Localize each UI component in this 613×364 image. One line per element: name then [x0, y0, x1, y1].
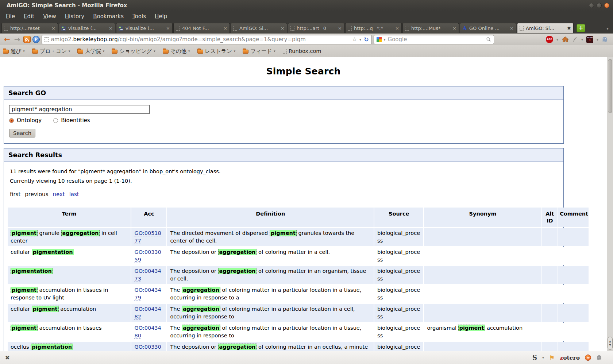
go-term-link[interactable]: GO:0043473 — [134, 268, 161, 282]
search-results-panel: Search Results 11 results were found for… — [4, 148, 564, 351]
scrapbook-icon[interactable]: S — [532, 354, 537, 361]
tab-close-icon[interactable]: × — [109, 26, 113, 31]
tab-close-icon[interactable]: ✖ — [567, 26, 571, 31]
addon-orange-ball-icon[interactable] — [585, 355, 591, 361]
tab[interactable]: AmiGO: Si...× — [231, 23, 287, 33]
tab[interactable]: http:/...reset× — [1, 23, 58, 33]
bookmark-item[interactable]: Runbox.com — [283, 48, 321, 54]
cell-term: cellular pigmentation — [8, 247, 131, 265]
scrapbook-dropdown-icon[interactable]: ▾ — [542, 356, 544, 360]
bookmark-star-icon[interactable]: ☆ — [352, 36, 357, 43]
quill-dropdown-icon[interactable]: ▾ — [581, 38, 583, 42]
tab-close-icon[interactable]: × — [166, 26, 170, 31]
cell-source: biological_process — [374, 266, 423, 284]
tab-active[interactable]: AmiGO: Si...✖ — [517, 23, 574, 33]
go-term-link[interactable]: GO:0043480 — [134, 325, 161, 339]
rss-icon[interactable] — [23, 36, 31, 43]
new-tab-button[interactable]: + — [577, 24, 585, 32]
menu-item-history[interactable]: History — [61, 11, 89, 22]
zotero-button[interactable]: zotero — [560, 354, 580, 361]
home-button[interactable] — [562, 36, 569, 43]
flag-icon[interactable]: ⚑ — [549, 354, 555, 361]
quill-icon[interactable] — [572, 36, 578, 42]
bookmark-item[interactable]: 大学院▾ — [77, 48, 104, 55]
folder-icon — [112, 50, 117, 54]
header-row: TermAccDefinitionSourceSynonymAlt IDComm… — [8, 208, 589, 227]
tab[interactable]: visualize (...× — [116, 23, 173, 33]
cell-acc: GO:0043479 — [131, 285, 166, 303]
ghostery-icon[interactable] — [602, 36, 608, 43]
https-everywhere-icon[interactable]: HTTPS✕ — [586, 36, 593, 43]
menu-item-help[interactable]: Help — [150, 11, 171, 22]
search-query-input[interactable] — [9, 105, 150, 114]
bookmark-item[interactable]: プロ・コン▾ — [32, 48, 70, 55]
table-row: ocellus pigmentationGO:0033060The deposi… — [8, 342, 589, 351]
scroll-up-icon[interactable]: ▲ — [609, 340, 611, 343]
bioentities-radio[interactable] — [53, 118, 58, 123]
search-engine-dropdown-icon[interactable]: ▾ — [384, 38, 386, 42]
results-table: TermAccDefinitionSourceSynonymAlt IDComm… — [7, 207, 589, 351]
bookmark-label: レストラン — [205, 48, 232, 55]
search-term-highlight: pigment — [11, 287, 38, 293]
bookmark-item[interactable]: フィード▾ — [243, 48, 275, 55]
bookmark-item[interactable]: レストラン▾ — [197, 48, 236, 55]
search-button[interactable]: Search — [9, 129, 35, 138]
pagination-next[interactable]: next — [53, 191, 65, 198]
pagesaver-icon[interactable]: P — [32, 36, 40, 43]
adblock-dropdown-icon[interactable]: ▾ — [556, 38, 558, 42]
go-term-link[interactable]: GO:0033059 — [134, 249, 161, 263]
scrollbar-steppers[interactable]: ▲ ▼ — [608, 337, 613, 350]
menu-item-view[interactable]: View — [39, 11, 61, 22]
maximize-button[interactable] — [597, 3, 602, 8]
ghost-icon[interactable] — [596, 355, 602, 361]
bookmark-item[interactable]: ショッピング▾ — [112, 48, 155, 55]
bioentities-radio-label[interactable]: Bioentities — [61, 117, 90, 124]
minimize-button[interactable] — [589, 3, 594, 8]
adblock-icon[interactable]: ABP — [546, 36, 553, 43]
menu-item-bookmarks[interactable]: Bookmarks — [89, 11, 128, 22]
https-dropdown-icon[interactable]: ▾ — [597, 38, 598, 42]
tab[interactable]: AGO Online ...× — [460, 23, 516, 33]
pagination-last[interactable]: last — [69, 191, 79, 198]
tab[interactable]: visualize (...× — [59, 23, 115, 33]
forward-button[interactable]: → — [13, 36, 22, 43]
menu-item-tools[interactable]: Tools — [128, 11, 150, 22]
close-button[interactable] — [604, 3, 609, 8]
column-header-acc: Acc — [131, 208, 166, 227]
tab-close-icon[interactable]: × — [452, 26, 456, 31]
statusbar-close-button[interactable]: ✖ — [5, 355, 10, 361]
menu-item-file[interactable]: File — [1, 11, 19, 22]
tab[interactable]: http:...:Mus*× — [402, 23, 459, 33]
tab-close-icon[interactable]: × — [395, 26, 399, 31]
bookmark-item[interactable]: その他▾ — [163, 48, 190, 55]
tab[interactable]: http:...art=0× — [288, 23, 344, 33]
search-icon[interactable] — [486, 37, 491, 42]
go-term-link[interactable]: GO:0051877 — [134, 230, 161, 244]
url-host-prefix: amigo2. — [51, 36, 73, 43]
ontology-radio[interactable] — [9, 118, 14, 123]
back-button[interactable]: ← — [3, 36, 11, 43]
go-term-link[interactable]: GO:0043479 — [134, 287, 161, 301]
ontology-radio-label[interactable]: Ontology — [17, 117, 42, 124]
go-term-link[interactable]: GO:0043482 — [134, 306, 161, 320]
tab-close-icon[interactable]: × — [51, 26, 55, 31]
tab[interactable]: 404 Not F...× — [173, 23, 230, 33]
tab-close-icon[interactable]: × — [281, 26, 285, 31]
cell-comment — [558, 285, 589, 303]
tab-close-icon[interactable]: × — [338, 26, 342, 31]
menu-item-edit[interactable]: Edit — [19, 11, 39, 22]
go-term-link[interactable]: GO:0033060 — [134, 344, 161, 351]
scrollbar[interactable]: ▲ ▼ — [607, 57, 613, 351]
search-bar[interactable]: ▾ Google — [374, 35, 494, 44]
reload-button[interactable]: ↻ — [364, 36, 369, 43]
url-dropdown-icon[interactable]: ▾ — [359, 38, 361, 42]
bookmark-item[interactable]: 遊び▾ — [3, 48, 25, 55]
tab-list-dropdown-icon[interactable]: ▾ — [604, 26, 612, 31]
url-bar[interactable]: amigo2.berkeleybop.org/cgi-bin/amigo2/am… — [42, 35, 372, 44]
tab-close-icon[interactable]: × — [223, 26, 227, 31]
scrollbar-thumb[interactable] — [608, 59, 612, 113]
tab[interactable]: http:...q=*:*× — [345, 23, 402, 33]
tab-close-icon[interactable]: × — [510, 26, 514, 31]
table-row: pigment accumulation in tissues in respo… — [8, 285, 589, 303]
scroll-down-icon[interactable]: ▼ — [609, 344, 611, 346]
